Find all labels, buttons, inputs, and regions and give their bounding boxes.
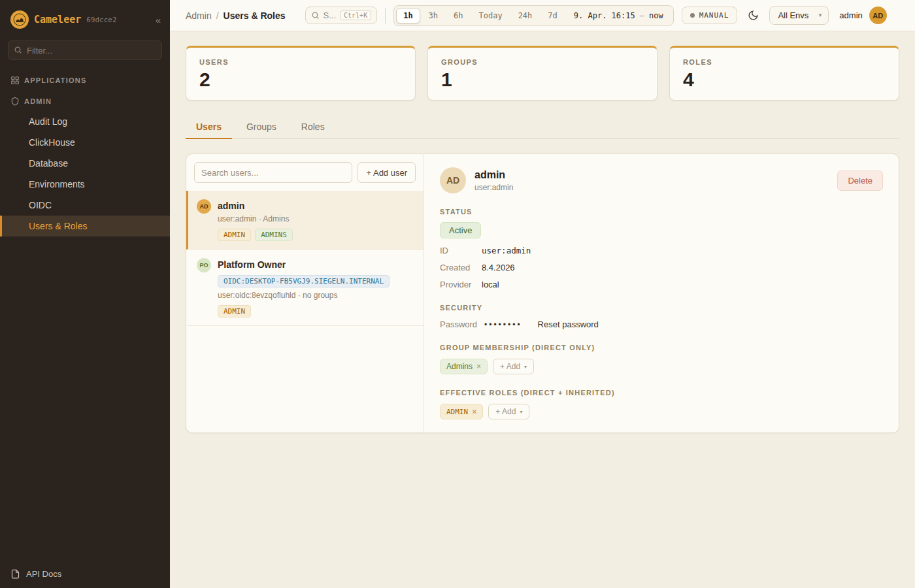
- add-role-button[interactable]: + Add ▾: [488, 404, 529, 419]
- user-menu[interactable]: admin AD: [839, 7, 886, 24]
- time-range-1h[interactable]: 1h: [396, 8, 420, 24]
- field-value: local: [482, 280, 499, 289]
- section-status: STATUS: [440, 208, 883, 216]
- section-group-membership: GROUP MEMBERSHIP (DIRECT ONLY): [440, 344, 883, 351]
- refresh-mode-label: MANUAL: [699, 11, 729, 20]
- tab-users[interactable]: Users: [186, 115, 232, 139]
- nav-section-label: APPLICATIONS: [24, 76, 86, 84]
- grid-icon: [10, 76, 20, 85]
- sidebar-filter: [8, 41, 162, 60]
- breadcrumb-admin[interactable]: Admin: [186, 10, 212, 21]
- role-chip-admin: ADMIN ×: [440, 404, 483, 419]
- top-bar: Admin / Users & Roles S... Ctrl+K 1h 3h …: [170, 0, 915, 31]
- field-key: ID: [440, 246, 482, 255]
- avatar: AD: [440, 167, 466, 193]
- delete-user-button[interactable]: Delete: [837, 171, 883, 191]
- sidebar-collapse-button[interactable]: «: [156, 14, 161, 25]
- time-separator: —: [640, 11, 644, 20]
- user-detail-panel: AD admin user:admin Delete STATUS Active…: [424, 154, 899, 433]
- divider: [385, 8, 386, 24]
- time-range-6h[interactable]: 6h: [446, 8, 470, 24]
- field-key: Created: [440, 263, 482, 272]
- reset-password-link[interactable]: Reset password: [538, 319, 599, 329]
- detail-header: AD admin user:admin Delete: [440, 167, 883, 193]
- breadcrumb-current: Users & Roles: [224, 10, 286, 21]
- cameleer-logo-icon: [10, 10, 29, 29]
- stat-card-users: USERS 2: [186, 46, 416, 101]
- time-range-group: 1h 3h 6h Today 24h 7d 9. Apr. 16:15 — no…: [393, 5, 673, 26]
- sidebar-item-clickhouse[interactable]: ClickHouse: [0, 132, 170, 153]
- sidebar-item-environments[interactable]: Environments: [0, 174, 170, 195]
- tab-roles[interactable]: Roles: [291, 115, 335, 139]
- refresh-mode-button[interactable]: MANUAL: [682, 7, 738, 24]
- add-user-button[interactable]: + Add user: [358, 162, 416, 183]
- section-effective-roles: EFFECTIVE ROLES (DIRECT + INHERITED): [440, 389, 883, 397]
- time-range-display[interactable]: 9. Apr. 16:15 — now: [566, 11, 671, 20]
- status-badge: Active: [440, 222, 481, 238]
- time-range-today[interactable]: Today: [472, 8, 510, 24]
- user-item-badges: ADMIN ADMINS: [218, 229, 293, 241]
- search-icon: [14, 46, 22, 54]
- time-range-7d[interactable]: 7d: [541, 8, 564, 24]
- remove-icon[interactable]: ×: [472, 407, 476, 416]
- users-panel: + Add user AD admin user:admin · Admins …: [186, 154, 899, 433]
- nav-section-applications[interactable]: APPLICATIONS: [0, 69, 170, 90]
- user-item-badges: ADMIN: [218, 305, 390, 318]
- user-list-item-platform-owner[interactable]: PO Platform Owner OIDC:DESKTOP-FB5VGJ9.S…: [186, 250, 424, 326]
- search-users-input[interactable]: [194, 162, 352, 183]
- section-security: SECURITY: [440, 304, 883, 312]
- group-chip-admins: Admins ×: [440, 359, 488, 374]
- sidebar-item-database[interactable]: Database: [0, 153, 170, 174]
- api-docs-link[interactable]: API Docs: [0, 560, 170, 588]
- chevron-down-icon: ▾: [524, 364, 527, 370]
- breadcrumb-separator: /: [216, 10, 219, 21]
- sidebar-item-audit-log[interactable]: Audit Log: [0, 111, 170, 132]
- dark-mode-toggle[interactable]: [745, 7, 761, 24]
- user-list-tools: + Add user: [186, 154, 424, 191]
- search-icon: [311, 11, 320, 20]
- avatar[interactable]: AD: [869, 7, 887, 24]
- document-icon: [10, 569, 20, 579]
- group-chips: Admins × + Add ▾: [440, 359, 883, 374]
- field-id: ID user:admin: [440, 246, 883, 255]
- time-range-3h[interactable]: 3h: [422, 8, 445, 24]
- stat-label: USERS: [199, 58, 402, 66]
- field-provider: Provider local: [440, 280, 883, 289]
- environment-select[interactable]: All Envs ▾: [769, 6, 829, 25]
- sidebar-filter-input[interactable]: [8, 41, 162, 60]
- nav-section-admin[interactable]: ADMIN: [0, 90, 170, 111]
- user-item-name: admin: [218, 199, 293, 211]
- remove-icon[interactable]: ×: [476, 362, 481, 371]
- field-created: Created 8.4.2026: [440, 263, 883, 272]
- moon-icon: [748, 10, 759, 21]
- sidebar: Cameleer 69dcce2 « APPLICATIONS ADMIN Au…: [0, 0, 170, 588]
- user-list-column: + Add user AD admin user:admin · Admins …: [186, 154, 424, 433]
- time-range-24h[interactable]: 24h: [511, 8, 540, 24]
- user-item-oidc: OIDC:DESKTOP-FB5VGJ9.SIEGELN.INTERNAL: [218, 275, 390, 287]
- add-role-label: + Add: [495, 407, 516, 416]
- main-column: Admin / Users & Roles S... Ctrl+K 1h 3h …: [170, 0, 915, 588]
- api-docs-label: API Docs: [26, 569, 61, 579]
- stat-card-roles: ROLES 4: [669, 46, 899, 101]
- tab-groups[interactable]: Groups: [236, 115, 287, 139]
- user-name: admin: [839, 10, 862, 20]
- password-label: Password: [440, 319, 484, 329]
- password-row: Password •••••••• Reset password: [440, 319, 883, 329]
- global-search[interactable]: S... Ctrl+K: [305, 7, 378, 24]
- stat-card-groups: GROUPS 1: [427, 46, 657, 101]
- sidebar-item-oidc[interactable]: OIDC: [0, 195, 170, 216]
- sidebar-item-users-roles[interactable]: Users & Roles: [0, 216, 170, 237]
- user-item-meta: user:admin · Admins: [218, 214, 293, 223]
- user-item-meta: user:oidc:8evzqofluhld · no groups: [218, 291, 390, 300]
- avatar: AD: [197, 199, 211, 214]
- group-chip-label: Admins: [446, 362, 473, 371]
- user-item-name: Platform Owner: [218, 257, 390, 270]
- stat-label: ROLES: [683, 58, 886, 66]
- user-list-item-admin[interactable]: AD admin user:admin · Admins ADMIN ADMIN…: [186, 191, 424, 250]
- shield-icon: [10, 97, 20, 106]
- chevron-down-icon: ▾: [520, 409, 522, 415]
- add-group-button[interactable]: + Add ▾: [493, 359, 534, 374]
- nav-section-label: ADMIN: [24, 97, 52, 105]
- role-badge: ADMIN: [218, 305, 251, 318]
- breadcrumb: Admin / Users & Roles: [186, 10, 286, 21]
